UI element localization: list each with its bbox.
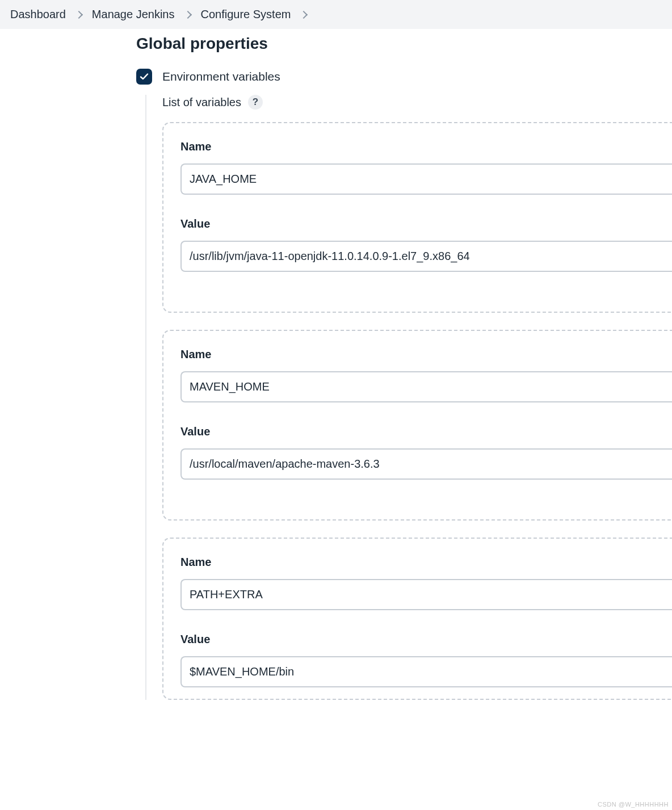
value-label: Value: [180, 217, 672, 230]
breadcrumb-item-configure-system[interactable]: Configure System: [201, 8, 291, 21]
variable-group: Name Value: [162, 538, 672, 700]
env-var-name-input[interactable]: [180, 163, 672, 195]
breadcrumb-item-dashboard[interactable]: Dashboard: [10, 8, 66, 21]
env-var-value-input[interactable]: [180, 241, 672, 272]
env-var-name-input[interactable]: [180, 371, 672, 402]
chevron-right-icon: [300, 10, 308, 18]
value-field-block: Value: [180, 425, 672, 480]
value-field-block: Value: [180, 217, 672, 272]
name-field-block: Name: [180, 556, 672, 610]
env-vars-indented-block: List of variables ? Name Value Name Valu…: [145, 95, 672, 700]
list-of-variables-label: List of variables: [162, 96, 241, 109]
breadcrumb-item-manage-jenkins[interactable]: Manage Jenkins: [92, 8, 175, 21]
env-var-value-input[interactable]: [180, 448, 672, 480]
name-label: Name: [180, 556, 672, 569]
variable-group: Name Value: [162, 330, 672, 521]
help-icon[interactable]: ?: [248, 95, 263, 110]
chevron-right-icon: [183, 10, 191, 18]
env-var-value-input[interactable]: [180, 656, 672, 687]
variable-group: Name Value: [162, 122, 672, 313]
section-title-global-properties: Global properties: [136, 35, 672, 53]
chevron-right-icon: [75, 10, 83, 18]
breadcrumb: Dashboard Manage Jenkins Configure Syste…: [0, 0, 672, 29]
env-var-name-input[interactable]: [180, 579, 672, 610]
value-label: Value: [180, 633, 672, 646]
env-vars-checkbox[interactable]: [136, 69, 152, 85]
name-field-block: Name: [180, 140, 672, 195]
name-label: Name: [180, 348, 672, 361]
name-field-block: Name: [180, 348, 672, 402]
list-of-variables-header: List of variables ?: [162, 95, 672, 110]
value-label: Value: [180, 425, 672, 438]
env-vars-checkbox-row: Environment variables: [136, 69, 672, 85]
value-field-block: Value: [180, 633, 672, 687]
check-icon: [140, 72, 149, 81]
env-vars-checkbox-label: Environment variables: [162, 70, 280, 83]
name-label: Name: [180, 140, 672, 153]
page-content: Global properties Environment variables …: [0, 29, 672, 740]
